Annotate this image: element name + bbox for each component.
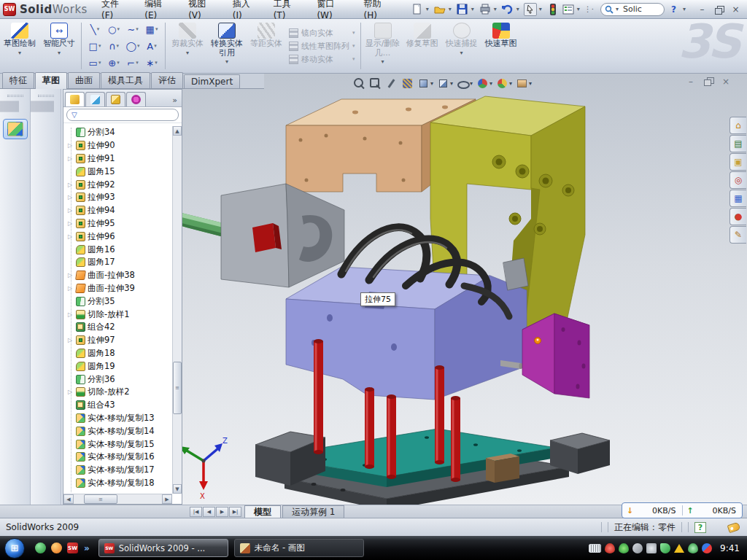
toolbar-grip[interactable]	[38, 95, 54, 97]
feature-tree-item[interactable]: ▷ 拉伸91	[66, 152, 172, 166]
task-pane-tab[interactable]: ▣	[729, 153, 746, 171]
sketch-tool-button[interactable]: ▦▾	[146, 24, 158, 35]
feature-tree-item[interactable]: 组合43	[66, 399, 172, 412]
feature-tree-item[interactable]: ▷ 曲面-拉伸38	[66, 269, 172, 282]
view-tool-button[interactable]	[516, 77, 532, 90]
view-tool-button[interactable]	[437, 77, 453, 90]
brown-block-part[interactable]	[486, 454, 519, 483]
command-button[interactable]: 显示/删除几... ▾	[363, 19, 403, 73]
expand-arrow-icon[interactable]: ▷	[66, 220, 74, 227]
expand-arrow-icon[interactable]: ▷	[66, 272, 74, 279]
configurationmanager-tab[interactable]	[106, 92, 125, 106]
toolbar-icon[interactable]	[53, 101, 54, 112]
select-caret[interactable]: ▾	[539, 6, 544, 12]
expand-arrow-icon[interactable]: ▷	[66, 389, 74, 395]
help-button[interactable]: ?	[667, 4, 681, 15]
task-pane-tab[interactable]: ▦	[729, 190, 746, 207]
feature-tree-item[interactable]: ▷ 拉伸97	[66, 334, 172, 347]
feature-tree-item[interactable]: 组合42	[66, 321, 172, 334]
feature-tree-item[interactable]: 圆角18	[66, 347, 172, 360]
command-button-small[interactable]: 移动实体 ▾	[289, 54, 355, 65]
tray-antivirus-icon[interactable]	[619, 543, 629, 553]
task-pane-tab[interactable]: ▤	[729, 135, 746, 152]
filter-input[interactable]: ▽	[66, 109, 179, 121]
feature-tree-item[interactable]: ▷ 拉伸94	[66, 204, 172, 217]
document-tab[interactable]: 运动算例 1	[282, 505, 344, 518]
search-input[interactable]: Solic	[623, 4, 642, 14]
command-button[interactable]: 快速草图	[481, 19, 521, 73]
view-tool-button[interactable]	[417, 77, 433, 90]
view-tool-button[interactable]	[369, 77, 382, 90]
select-cursor-icon[interactable]	[524, 3, 537, 16]
sketch-tool-button[interactable]: ⌐▾	[127, 58, 138, 69]
task-pane-tab[interactable]: ◎	[729, 171, 746, 189]
sketch-tool-button[interactable]: ∩▾	[109, 41, 119, 52]
quick-launch-chevron[interactable]: »	[84, 543, 90, 553]
command-button[interactable]: 草图绘制 ▾	[0, 19, 39, 73]
scroll-left-icon[interactable]: ◀	[63, 494, 74, 504]
expand-arrow-icon[interactable]: ▷	[66, 207, 74, 214]
feature-tree-item[interactable]: 分割35	[66, 295, 172, 308]
tray-shield-icon[interactable]	[688, 543, 698, 553]
feature-tree-item[interactable]: 实体-移动/复制17	[66, 464, 172, 477]
tab-nav-button[interactable]: ▶|	[229, 507, 241, 517]
options-icon[interactable]	[562, 3, 575, 16]
quick-launch-icon[interactable]	[51, 542, 62, 553]
task-pane-tab[interactable]: ●	[729, 208, 746, 225]
doc-restore-button[interactable]	[702, 76, 715, 87]
feature-tree-item[interactable]: ▷ 曲面-拉伸39	[66, 282, 172, 295]
propertymanager-tab[interactable]	[85, 92, 105, 106]
keyboard-layout-icon[interactable]	[589, 544, 601, 553]
start-button[interactable]: ⊞	[4, 538, 25, 559]
command-button-small[interactable]: 镜向实体 ▾	[289, 28, 355, 39]
feature-tree-item[interactable]: 圆角17	[66, 256, 172, 269]
save-icon[interactable]	[456, 3, 469, 16]
expand-arrow-icon[interactable]: ▷	[66, 155, 74, 162]
feature-tree-item[interactable]: 圆角16	[66, 243, 172, 256]
view-tool-button[interactable]	[353, 77, 365, 90]
task-pane-tab[interactable]: ⌂	[729, 117, 746, 134]
taskbar-window-button[interactable]: SW SolidWorks 2009 - ...	[98, 539, 228, 557]
scroll-right-icon[interactable]: ▶	[162, 494, 172, 504]
taskbar-clock[interactable]: 9:41	[720, 543, 740, 553]
command-button[interactable]: 等距实体	[247, 19, 286, 73]
ribbon-tab[interactable]: 评估	[151, 72, 183, 88]
feature-tree-item[interactable]: 实体-移动/复制18	[66, 477, 172, 490]
right-rail-part[interactable]	[550, 433, 610, 474]
help-caret[interactable]: ▾	[683, 6, 688, 12]
quick-tips-button[interactable]: ?	[694, 522, 706, 533]
restore-button[interactable]	[712, 4, 726, 15]
feature-tree-item[interactable]: ▷ 拉伸95	[66, 217, 172, 230]
feature-tree-item[interactable]: 实体-移动/复制14	[66, 424, 172, 438]
open-caret[interactable]: ▾	[449, 6, 454, 12]
feature-tree-item[interactable]: ▷ 拉伸90	[66, 139, 172, 152]
scroll-up-icon[interactable]: ▲	[173, 126, 182, 136]
selected-tool-button[interactable]	[3, 119, 28, 139]
panel-overflow-button[interactable]: »	[169, 96, 180, 106]
feature-tree-item[interactable]: 实体-移动/复制13	[66, 412, 172, 425]
ribbon-tab[interactable]: DimXpert	[184, 74, 240, 88]
tray-network-warning-icon[interactable]	[674, 544, 684, 553]
feature-tree-item[interactable]: 圆角15	[66, 165, 172, 178]
tree-vertical-scrollbar[interactable]: ▲ ≡ ▼	[172, 126, 182, 494]
toolbar-more-glyph[interactable]: ⋮⋅	[584, 5, 594, 13]
print-icon[interactable]	[479, 3, 492, 16]
tray-messenger-icon[interactable]	[660, 543, 670, 553]
tray-security-icon[interactable]	[605, 543, 615, 553]
options-caret[interactable]: ▾	[577, 6, 582, 12]
view-tool-button[interactable]	[385, 77, 398, 90]
command-button[interactable]: 修复草图	[403, 19, 442, 73]
expand-arrow-icon[interactable]: ▷	[66, 142, 74, 149]
ribbon-tab[interactable]: 草图	[35, 72, 67, 89]
command-button[interactable]: 智能尺寸 ▾	[39, 19, 79, 73]
doc-minimize-button[interactable]: –	[684, 76, 697, 87]
doc-close-button[interactable]: ×	[719, 76, 732, 87]
ribbon-tab[interactable]: 特征	[2, 72, 34, 88]
sketch-tool-button[interactable]: ╲▾	[90, 24, 99, 35]
tree-horizontal-scrollbar[interactable]: ◀ ≡ ▶	[63, 494, 172, 504]
quick-launch-icon[interactable]: SW	[67, 542, 78, 553]
expand-arrow-icon[interactable]: ▷	[66, 337, 74, 343]
view-tool-button[interactable]	[496, 77, 512, 90]
undo-caret[interactable]: ▾	[516, 6, 522, 12]
command-button-small[interactable]: 线性草图阵列 ▾	[289, 41, 355, 52]
